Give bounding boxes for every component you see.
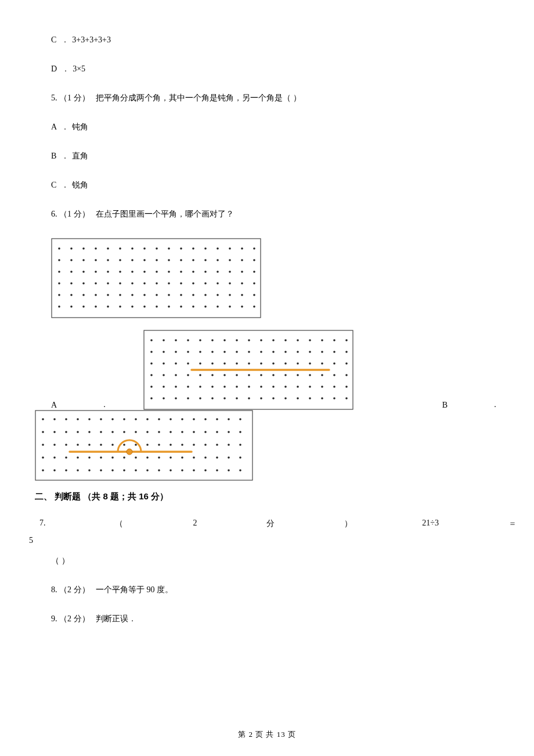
option-letter: C ． [51, 35, 70, 44]
svg-point-109 [211, 339, 214, 341]
question-7-line1: 7. （ 2 分 ） 21÷3 ＝ [23, 519, 517, 529]
svg-point-263 [53, 456, 56, 459]
svg-point-199 [272, 397, 275, 399]
svg-point-231 [100, 431, 102, 433]
svg-point-44 [168, 271, 170, 273]
svg-rect-207 [35, 411, 252, 480]
dot-grid-a-svg [51, 238, 261, 318]
svg-point-247 [77, 444, 79, 446]
svg-point-129 [248, 351, 250, 353]
svg-point-295 [216, 469, 218, 471]
svg-point-211 [77, 418, 79, 420]
svg-point-249 [100, 444, 102, 446]
q-text: 一个平角等于 90 度。 [96, 585, 173, 594]
svg-point-197 [248, 397, 250, 399]
svg-point-11 [180, 247, 182, 250]
svg-point-102 [253, 305, 255, 308]
svg-point-117 [309, 339, 311, 341]
svg-point-122 [163, 351, 165, 353]
svg-point-146 [248, 362, 250, 365]
svg-point-107 [187, 339, 189, 341]
q-points: （1 分） [59, 93, 90, 102]
svg-point-277 [216, 456, 218, 459]
svg-point-128 [236, 351, 238, 353]
svg-point-180 [248, 386, 250, 388]
svg-point-18 [58, 259, 60, 261]
svg-point-12 [192, 247, 194, 250]
svg-point-97 [192, 305, 194, 308]
svg-point-233 [123, 431, 125, 433]
svg-point-234 [135, 431, 137, 433]
svg-point-260 [228, 444, 230, 446]
option-letter: C ． [51, 181, 70, 189]
svg-point-108 [199, 339, 201, 341]
svg-point-76 [143, 294, 146, 296]
svg-point-235 [146, 431, 149, 433]
svg-point-283 [77, 469, 79, 471]
svg-point-292 [181, 469, 183, 471]
svg-point-140 [175, 362, 177, 365]
svg-point-269 [123, 456, 125, 459]
svg-point-105 [163, 339, 165, 341]
svg-point-50 [241, 271, 243, 273]
svg-point-126 [211, 351, 214, 353]
svg-point-35 [58, 271, 60, 273]
svg-point-82 [217, 294, 219, 296]
svg-point-4 [95, 247, 97, 250]
svg-point-42 [143, 271, 146, 273]
svg-point-1 [58, 247, 60, 250]
svg-point-246 [65, 444, 67, 446]
svg-point-5 [107, 247, 109, 250]
svg-point-224 [228, 418, 230, 420]
svg-point-230 [88, 431, 91, 433]
svg-point-83 [229, 294, 231, 296]
svg-point-121 [150, 351, 153, 353]
svg-point-161 [223, 374, 226, 376]
q7-lparen: （ [115, 519, 123, 529]
svg-point-281 [53, 469, 56, 471]
svg-point-273 [169, 456, 172, 459]
svg-point-65 [217, 282, 219, 285]
svg-point-294 [204, 469, 207, 471]
svg-point-88 [82, 305, 85, 308]
svg-point-229 [77, 431, 79, 433]
dot-grid-b [143, 330, 353, 410]
svg-point-183 [284, 386, 287, 388]
svg-point-160 [211, 374, 214, 376]
q-number: 6. [51, 210, 57, 218]
svg-point-137 [345, 351, 348, 353]
svg-point-264 [65, 456, 67, 459]
svg-point-240 [204, 431, 207, 433]
dot-grid-a [51, 238, 499, 318]
svg-point-138 [150, 362, 153, 365]
svg-point-39 [107, 271, 109, 273]
svg-point-141 [187, 362, 189, 365]
svg-point-79 [180, 294, 182, 296]
svg-point-253 [146, 444, 149, 446]
svg-point-98 [204, 305, 207, 308]
svg-point-251 [123, 444, 125, 446]
svg-point-6 [119, 247, 121, 250]
svg-point-192 [187, 397, 189, 399]
option-letter: D ． [51, 64, 71, 73]
q-text: 在点子图里画一个平角，哪个画对了？ [96, 210, 234, 218]
svg-point-149 [284, 362, 287, 365]
q6-options-row: A ． B ． [35, 330, 499, 410]
svg-point-92 [131, 305, 134, 308]
q-number: 8. [51, 585, 57, 594]
svg-point-181 [260, 386, 262, 388]
svg-point-41 [131, 271, 134, 273]
svg-point-99 [217, 305, 219, 308]
svg-point-218 [158, 418, 160, 420]
svg-point-32 [229, 259, 231, 261]
svg-point-258 [204, 444, 207, 446]
svg-point-152 [321, 362, 323, 365]
svg-point-289 [146, 469, 149, 471]
q-text: 把平角分成两个角，其中一个角是钝角，另一个角是（ ） [96, 93, 301, 102]
svg-point-9 [156, 247, 158, 250]
svg-point-167 [297, 374, 299, 376]
svg-point-297 [239, 469, 241, 471]
svg-point-127 [223, 351, 226, 353]
svg-point-96 [180, 305, 182, 308]
svg-point-226 [42, 431, 44, 433]
